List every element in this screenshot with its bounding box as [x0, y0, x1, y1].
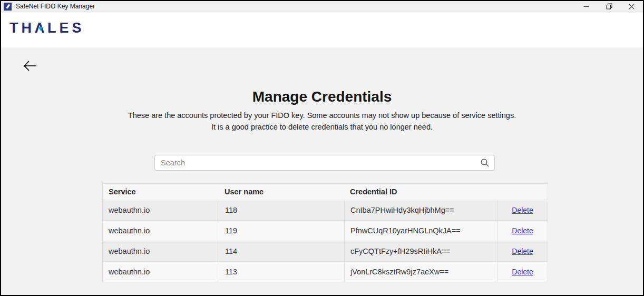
app-icon — [4, 3, 12, 11]
close-icon — [629, 4, 635, 9]
cell-user-name: 113 — [219, 262, 344, 282]
page-description-line2: It is a good practice to delete credenti… — [1, 123, 643, 131]
restore-button[interactable] — [598, 1, 620, 12]
cell-user-name: 119 — [219, 221, 344, 241]
column-header-service: Service — [103, 184, 219, 200]
credentials-table: Service User name Credential ID webauthn… — [102, 183, 548, 282]
table-row: webauthn.io 114 cFyCQTtFzy+fH29sRIiHkA==… — [103, 241, 548, 261]
thales-logo-pre: TH — [9, 20, 35, 36]
cell-service: webauthn.io — [103, 262, 219, 282]
back-button[interactable] — [22, 59, 38, 74]
page-description-line1: These are the accounts protected by your… — [1, 111, 643, 120]
search-box — [154, 155, 495, 171]
delete-link[interactable]: Delete — [512, 226, 533, 235]
cell-user-name: 118 — [219, 200, 344, 220]
table-row: webauthn.io 113 jVonLrC8ksztRw9jz7aeXw==… — [103, 261, 548, 282]
delete-link[interactable]: Delete — [512, 206, 533, 214]
cell-credential-id: PfnwCUqR10yarHNGLnQkJA== — [344, 221, 497, 241]
cell-service: webauthn.io — [103, 241, 219, 261]
close-button[interactable] — [620, 1, 643, 12]
window-controls — [575, 1, 643, 12]
thales-logo: THΛLES — [9, 21, 85, 35]
table-row: webauthn.io 119 PfnwCUqR10yarHNGLnQkJA==… — [103, 220, 548, 241]
table-header-row: Service User name Credential ID — [103, 184, 548, 200]
cell-credential-id: jVonLrC8ksztRw9jz7aeXw== — [344, 262, 497, 282]
minimize-button[interactable] — [575, 1, 598, 12]
app-window: SafeNet FIDO Key Manager THΛLES — [0, 0, 644, 296]
cell-user-name: 114 — [219, 241, 344, 261]
delete-link[interactable]: Delete — [512, 247, 533, 255]
cell-credential-id: CnIba7PHwiHdy3kqHjbhMg== — [344, 200, 497, 220]
main-content: Manage Credentials These are the account… — [1, 47, 643, 295]
delete-link[interactable]: Delete — [512, 268, 533, 276]
search-input[interactable] — [154, 155, 495, 171]
thales-logo-a: Λ — [35, 21, 47, 35]
cell-service: webauthn.io — [103, 200, 219, 220]
cell-credential-id: cFyCQTtFzy+fH29sRIiHkA== — [344, 241, 497, 261]
page-title: Manage Credentials — [1, 88, 643, 105]
restore-icon — [606, 3, 612, 9]
thales-a-dot-icon — [38, 27, 43, 31]
column-header-credential-id: Credential ID — [344, 184, 497, 200]
cell-service: webauthn.io — [103, 221, 219, 241]
minimize-icon — [583, 4, 589, 9]
brand-band: THΛLES — [1, 13, 643, 47]
title-bar: SafeNet FIDO Key Manager — [1, 1, 643, 12]
column-header-user-name: User name — [219, 184, 344, 200]
table-row: webauthn.io 118 CnIba7PHwiHdy3kqHjbhMg==… — [103, 200, 548, 220]
back-arrow-icon — [22, 59, 38, 73]
column-header-actions — [497, 184, 548, 200]
window-title: SafeNet FIDO Key Manager — [16, 3, 95, 10]
thales-logo-post: LES — [47, 20, 85, 36]
